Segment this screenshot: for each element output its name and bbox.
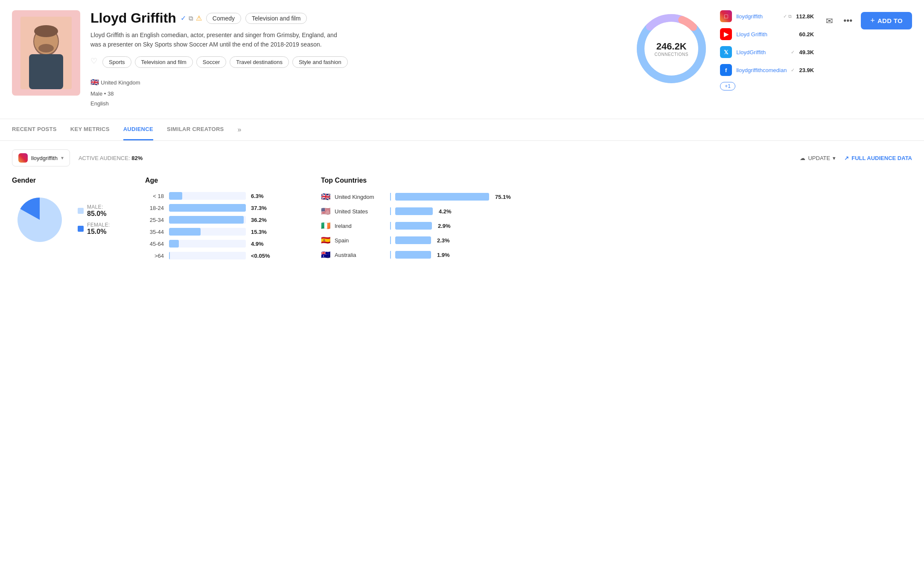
country-name: United Kingdom [335,194,386,200]
external-link-icon: ↗ [844,155,849,161]
age-group-value: 15.3% [251,229,267,235]
country-bar [395,236,431,244]
country-bar-separator [390,251,391,259]
legend-female: FEMALE: 15.0% [78,222,110,236]
add-to-button[interactable]: + ADD TO [861,12,912,29]
country-bar-separator [390,207,391,215]
age-group-value: 36.2% [251,217,267,223]
account-selector-dropdown-icon: ▾ [61,155,64,161]
gender-section: Gender MALE: 85.0% [12,177,131,265]
country-row: 🇮🇪 Ireland 2.9% [321,221,912,230]
age-row: 18-24 37.3% [145,204,307,212]
country-bar-container [395,193,489,201]
legend-male: MALE: 85.0% [78,204,110,218]
age-group-value: 4.9% [251,241,264,247]
interest-travel: Travel destinations [230,56,289,68]
favorite-heart-icon[interactable]: ♡ [90,56,97,66]
profile-bio: Lloyd Griffith is an English comedian, a… [90,30,347,50]
age-group-value: 37.3% [251,205,267,211]
tag-television[interactable]: Television and film [245,13,307,24]
profile-language: English [90,99,623,108]
tab-recent-posts[interactable]: RECENT POSTS [12,119,57,140]
email-icon-button[interactable]: ✉ [824,14,835,28]
interest-television: Television and film [135,56,193,68]
male-color-dot [78,208,84,214]
gender-chart-row: MALE: 85.0% FEMALE: 15.0% [12,192,131,248]
country-bar [395,222,432,230]
tab-key-metrics[interactable]: KEY METRICS [70,119,110,140]
interest-soccer: Soccer [196,56,226,68]
country-value: 4.2% [439,208,452,215]
age-row: 35-44 15.3% [145,228,307,236]
twitter-handle[interactable]: LloydGriffith [736,49,787,55]
update-dropdown-icon: ▾ [833,155,836,161]
social-row-twitter[interactable]: 𝕏 LloydGriffith ✓ 49.3K [720,46,814,58]
connections-label: CONNECTIONS [654,52,688,57]
donut-center: 246.2K CONNECTIONS [654,41,688,57]
age-group-label: 18-24 [145,205,164,211]
instagram-handle[interactable]: lloydgriffith [736,13,779,20]
tabs-expand-icon[interactable]: » [238,126,242,134]
profile-name-icons: ✓ ⧉ ⚠ [181,14,202,22]
country-value: 75.1% [495,194,511,200]
gender-title: Gender [12,177,131,184]
country-bar-container [395,222,432,230]
more-options-button[interactable]: ••• [842,14,854,27]
account-selector-name: lloydgriffith [31,155,58,161]
country-name: United States [335,208,386,215]
facebook-verified-icon: ✓ [791,67,795,73]
connections-count: 246.2K [654,41,688,52]
age-bar-container [169,204,246,212]
age-bar-container [169,228,246,236]
update-button[interactable]: ☁ UPDATE ▾ [800,155,836,161]
profile-section: Lloyd Griffith ✓ ⧉ ⚠ Comedy Television a… [0,0,924,119]
age-row: >64 <0.05% [145,252,307,259]
country-flag-icon: 🇦🇺 [321,250,330,259]
age-bar [169,216,244,224]
twitter-count: 49.3K [799,49,814,55]
full-audience-data-button[interactable]: ↗ FULL AUDIENCE DATA [844,155,912,161]
age-bar [169,252,170,259]
tab-audience[interactable]: AUDIENCE [123,119,153,140]
gender-legend: MALE: 85.0% FEMALE: 15.0% [78,204,110,236]
top-countries-section: Top Countries 🇬🇧 United Kingdom 75.1% 🇺🇸… [321,177,912,265]
plus-more-accounts[interactable]: +1 [720,82,735,90]
age-bar-container [169,252,246,259]
youtube-handle[interactable]: Lloyd Griffith [736,31,795,38]
youtube-icon: ▶ [720,28,732,40]
country-flag-icon: 🇺🇸 [321,207,330,216]
social-row-instagram[interactable]: □ lloydgriffith ✓ ⧉ 112.8K [720,10,814,22]
country-bar-separator [390,236,391,244]
social-row-youtube[interactable]: ▶ Lloyd Griffith 60.2K [720,28,814,40]
audience-toolbar-right: ☁ UPDATE ▾ ↗ FULL AUDIENCE DATA [800,155,912,161]
social-row-facebook[interactable]: f lloydgriffithcomedian ✓ 23.9K [720,64,814,76]
age-rows: < 18 6.3% 18-24 37.3% 25-34 36.2% 35-44 … [145,192,307,259]
instagram-icon: □ [720,10,732,22]
instagram-verified-icon: ✓ ⧉ [783,14,792,19]
svg-point-6 [34,25,58,37]
youtube-count: 60.2K [799,31,814,38]
copy-icon[interactable]: ⧉ [189,15,193,22]
cloud-update-icon: ☁ [800,155,805,161]
country-name: Ireland [335,223,386,229]
tab-similar-creators[interactable]: SIMILAR CREATORS [167,119,224,140]
account-selector[interactable]: lloydgriffith ▾ [12,149,70,166]
facebook-icon: f [720,64,732,76]
age-group-label: 35-44 [145,229,164,235]
interest-sports: Sports [102,56,131,68]
age-row: < 18 6.3% [145,192,307,200]
age-bar-container [169,216,246,224]
country-rows: 🇬🇧 United Kingdom 75.1% 🇺🇸 United States… [321,192,912,259]
country-value: 2.9% [438,223,451,229]
tabs-bar: RECENT POSTS KEY METRICS AUDIENCE SIMILA… [0,119,924,141]
facebook-handle[interactable]: lloydgriffithcomedian [736,67,787,73]
age-bar-container [169,192,246,200]
country-bar-container [395,207,433,215]
tag-comedy[interactable]: Comedy [206,13,241,24]
age-group-value: <0.05% [251,253,270,259]
connections-donut-area: 246.2K CONNECTIONS [633,10,710,87]
account-selector-ig-icon [18,153,28,163]
instagram-count: 112.8K [796,13,814,20]
facebook-count: 23.9K [799,67,814,73]
country-value: 2.3% [437,237,450,244]
